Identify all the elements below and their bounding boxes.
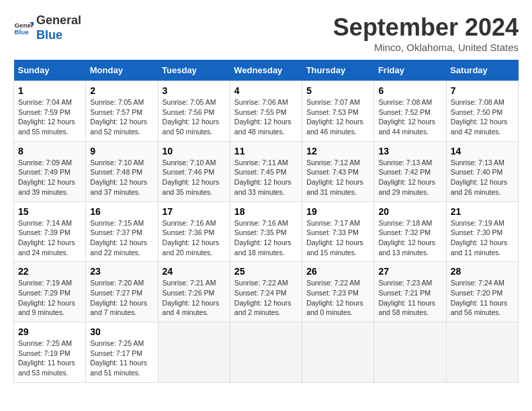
day-detail: Sunrise: 7:07 AMSunset: 7:53 PMDaylight:…	[306, 98, 363, 136]
day-detail: Sunrise: 7:05 AMSunset: 7:57 PMDaylight:…	[90, 98, 147, 136]
day-detail: Sunrise: 7:25 AMSunset: 7:19 PMDaylight:…	[18, 339, 75, 377]
day-detail: Sunrise: 7:10 AMSunset: 7:46 PMDaylight:…	[163, 158, 220, 196]
calendar-cell: 13 Sunrise: 7:13 AMSunset: 7:42 PMDaylig…	[374, 141, 446, 201]
day-detail: Sunrise: 7:14 AMSunset: 7:39 PMDaylight:…	[18, 219, 75, 257]
header-sunday: Sunday	[14, 60, 86, 81]
day-number: 4	[234, 85, 298, 96]
calendar-cell: 10 Sunrise: 7:10 AMSunset: 7:46 PMDaylig…	[158, 141, 230, 201]
calendar-cell: 22 Sunrise: 7:19 AMSunset: 7:29 PMDaylig…	[14, 262, 86, 322]
day-detail: Sunrise: 7:25 AMSunset: 7:17 PMDaylight:…	[90, 339, 147, 377]
calendar-cell: 26 Sunrise: 7:22 AMSunset: 7:23 PMDaylig…	[302, 262, 374, 322]
day-number: 5	[306, 85, 369, 96]
calendar-cell: 2 Sunrise: 7:05 AMSunset: 7:57 PMDayligh…	[86, 81, 158, 142]
logo-text: General Blue	[36, 13, 81, 42]
day-number: 13	[378, 146, 441, 156]
title-area: September 2024 Minco, Oklahoma, United S…	[333, 13, 519, 53]
day-number: 28	[451, 266, 514, 277]
calendar-cell: 15 Sunrise: 7:14 AMSunset: 7:39 PMDaylig…	[14, 201, 86, 262]
day-detail: Sunrise: 7:22 AMSunset: 7:24 PMDaylight:…	[234, 279, 292, 316]
day-detail: Sunrise: 7:17 AMSunset: 7:33 PMDaylight:…	[306, 219, 363, 257]
calendar-cell: 4 Sunrise: 7:06 AMSunset: 7:55 PMDayligh…	[230, 81, 302, 142]
day-number: 20	[378, 206, 441, 217]
calendar-cell: 7 Sunrise: 7:08 AMSunset: 7:50 PMDayligh…	[446, 81, 518, 142]
calendar-week-3: 15 Sunrise: 7:14 AMSunset: 7:39 PMDaylig…	[14, 201, 519, 262]
calendar-week-5: 29 Sunrise: 7:25 AMSunset: 7:19 PMDaylig…	[14, 322, 519, 383]
header-monday: Monday	[86, 60, 158, 81]
day-detail: Sunrise: 7:20 AMSunset: 7:27 PMDaylight:…	[90, 279, 147, 316]
day-detail: Sunrise: 7:19 AMSunset: 7:29 PMDaylight:…	[18, 279, 75, 316]
day-detail: Sunrise: 7:08 AMSunset: 7:50 PMDaylight:…	[451, 98, 508, 136]
day-detail: Sunrise: 7:11 AMSunset: 7:45 PMDaylight:…	[234, 158, 292, 196]
day-detail: Sunrise: 7:18 AMSunset: 7:32 PMDaylight:…	[378, 219, 435, 257]
calendar-cell	[374, 322, 446, 383]
day-number: 12	[306, 146, 369, 156]
header-tuesday: Tuesday	[158, 60, 230, 81]
calendar-cell: 1 Sunrise: 7:04 AMSunset: 7:59 PMDayligh…	[14, 81, 86, 142]
day-detail: Sunrise: 7:09 AMSunset: 7:49 PMDaylight:…	[18, 158, 75, 196]
calendar-cell: 12 Sunrise: 7:12 AMSunset: 7:43 PMDaylig…	[302, 141, 374, 201]
day-number: 23	[90, 266, 153, 277]
calendar-cell: 3 Sunrise: 7:05 AMSunset: 7:56 PMDayligh…	[158, 81, 230, 142]
day-number: 6	[378, 85, 441, 96]
day-number: 30	[90, 326, 153, 337]
header-friday: Friday	[374, 60, 446, 81]
month-title: September 2024	[333, 13, 519, 42]
day-detail: Sunrise: 7:21 AMSunset: 7:26 PMDaylight:…	[163, 279, 220, 316]
header-saturday: Saturday	[446, 60, 518, 81]
day-number: 11	[234, 146, 298, 156]
day-detail: Sunrise: 7:15 AMSunset: 7:37 PMDaylight:…	[90, 219, 147, 257]
day-number: 3	[163, 85, 226, 96]
calendar-cell: 19 Sunrise: 7:17 AMSunset: 7:33 PMDaylig…	[302, 201, 374, 262]
calendar-week-4: 22 Sunrise: 7:19 AMSunset: 7:29 PMDaylig…	[14, 262, 519, 322]
calendar-cell	[302, 322, 374, 383]
calendar-cell: 29 Sunrise: 7:25 AMSunset: 7:19 PMDaylig…	[14, 322, 86, 383]
day-detail: Sunrise: 7:12 AMSunset: 7:43 PMDaylight:…	[306, 158, 363, 196]
day-number: 7	[451, 85, 514, 96]
day-number: 8	[18, 146, 81, 156]
calendar-cell	[446, 322, 518, 383]
day-detail: Sunrise: 7:04 AMSunset: 7:59 PMDaylight:…	[18, 98, 75, 136]
calendar-header-row: SundayMondayTuesdayWednesdayThursdayFrid…	[14, 60, 519, 81]
day-number: 1	[18, 85, 81, 96]
day-number: 19	[306, 206, 369, 217]
calendar-cell: 6 Sunrise: 7:08 AMSunset: 7:52 PMDayligh…	[374, 81, 446, 142]
day-number: 25	[234, 266, 298, 277]
calendar-week-2: 8 Sunrise: 7:09 AMSunset: 7:49 PMDayligh…	[14, 141, 519, 201]
day-detail: Sunrise: 7:19 AMSunset: 7:30 PMDaylight:…	[451, 219, 508, 257]
calendar-table: SundayMondayTuesdayWednesdayThursdayFrid…	[13, 60, 519, 383]
calendar-cell: 17 Sunrise: 7:16 AMSunset: 7:36 PMDaylig…	[158, 201, 230, 262]
header-thursday: Thursday	[302, 60, 374, 81]
calendar-cell: 21 Sunrise: 7:19 AMSunset: 7:30 PMDaylig…	[446, 201, 518, 262]
calendar-cell: 18 Sunrise: 7:16 AMSunset: 7:35 PMDaylig…	[230, 201, 302, 262]
day-detail: Sunrise: 7:10 AMSunset: 7:48 PMDaylight:…	[90, 158, 147, 196]
svg-text:Blue: Blue	[15, 28, 30, 36]
header-wednesday: Wednesday	[230, 60, 302, 81]
day-number: 17	[163, 206, 226, 217]
day-detail: Sunrise: 7:22 AMSunset: 7:23 PMDaylight:…	[306, 279, 363, 316]
day-number: 18	[234, 206, 298, 217]
calendar-cell: 9 Sunrise: 7:10 AMSunset: 7:48 PMDayligh…	[86, 141, 158, 201]
calendar-cell: 27 Sunrise: 7:23 AMSunset: 7:21 PMDaylig…	[374, 262, 446, 322]
day-number: 10	[163, 146, 226, 156]
day-number: 24	[163, 266, 226, 277]
calendar-cell: 16 Sunrise: 7:15 AMSunset: 7:37 PMDaylig…	[86, 201, 158, 262]
page-header: General Blue General Blue September 2024…	[13, 13, 519, 53]
day-number: 27	[378, 266, 441, 277]
calendar-week-1: 1 Sunrise: 7:04 AMSunset: 7:59 PMDayligh…	[14, 81, 519, 142]
day-detail: Sunrise: 7:16 AMSunset: 7:35 PMDaylight:…	[234, 219, 292, 257]
day-detail: Sunrise: 7:23 AMSunset: 7:21 PMDaylight:…	[378, 279, 435, 316]
calendar-cell: 24 Sunrise: 7:21 AMSunset: 7:26 PMDaylig…	[158, 262, 230, 322]
calendar-cell: 30 Sunrise: 7:25 AMSunset: 7:17 PMDaylig…	[86, 322, 158, 383]
day-number: 26	[306, 266, 369, 277]
day-number: 22	[18, 266, 81, 277]
calendar-cell: 14 Sunrise: 7:13 AMSunset: 7:40 PMDaylig…	[446, 141, 518, 201]
calendar-cell	[158, 322, 230, 383]
calendar-cell: 20 Sunrise: 7:18 AMSunset: 7:32 PMDaylig…	[374, 201, 446, 262]
calendar-cell: 11 Sunrise: 7:11 AMSunset: 7:45 PMDaylig…	[230, 141, 302, 201]
day-number: 15	[18, 206, 81, 217]
day-detail: Sunrise: 7:13 AMSunset: 7:42 PMDaylight:…	[378, 158, 435, 196]
calendar-cell: 8 Sunrise: 7:09 AMSunset: 7:49 PMDayligh…	[14, 141, 86, 201]
day-detail: Sunrise: 7:13 AMSunset: 7:40 PMDaylight:…	[451, 158, 508, 196]
location: Minco, Oklahoma, United States	[333, 42, 519, 53]
day-number: 21	[451, 206, 514, 217]
